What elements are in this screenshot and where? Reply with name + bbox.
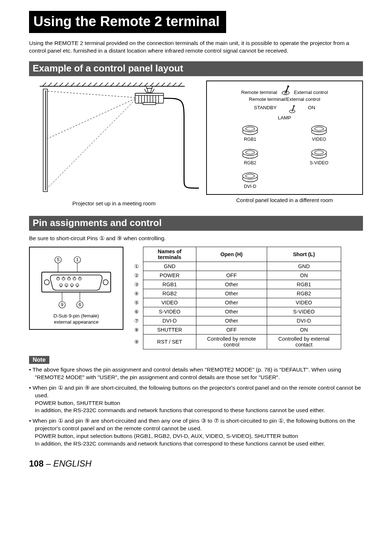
table-row: ①GNDGND	[131, 262, 341, 271]
button-icon	[241, 170, 259, 182]
svg-line-5	[65, 83, 69, 86]
svg-line-6	[71, 83, 74, 86]
table-row: ⑨RST / SETControlled by remote controlCo…	[131, 334, 341, 349]
svg-line-1	[42, 83, 46, 86]
svg-rect-39	[143, 102, 156, 104]
label-combo: Remote terminal/External control	[212, 97, 357, 102]
svg-line-4	[60, 83, 63, 86]
svg-line-21	[156, 83, 159, 86]
svg-line-7	[77, 83, 80, 86]
table-row: ④RGB2OtherRGB2	[131, 289, 341, 298]
table-row: ⑦DVI-DOtherDVI-D	[131, 316, 341, 325]
button-label-dvid: DVI-D	[223, 184, 277, 189]
svg-point-51	[293, 105, 295, 107]
language-label: ENGLISH	[53, 459, 91, 468]
toggle-switch-small-icon	[287, 105, 297, 114]
intro-paragraph: Using the REMOTE 2 terminal provided on …	[29, 40, 363, 55]
projector-diagram	[29, 81, 199, 197]
label-on: ON	[308, 105, 315, 114]
label-remote-terminal: Remote terminal	[241, 90, 277, 95]
button-label-rgb1: RGB1	[223, 137, 277, 142]
svg-line-8	[82, 83, 86, 86]
svg-line-27	[144, 89, 147, 93]
svg-point-54	[246, 127, 255, 130]
section-heading-pin-assignments: Pin assignments and control	[29, 216, 363, 231]
pin-assignment-table: Names of terminals Open (H) Short (L) ①G…	[131, 247, 341, 349]
svg-line-9	[88, 83, 91, 86]
svg-text:5: 5	[57, 257, 59, 262]
button-icon	[241, 123, 259, 135]
svg-rect-30	[135, 93, 164, 95]
table-header-open: Open (H)	[196, 247, 267, 262]
button-label-svideo: S-VIDEO	[292, 160, 346, 165]
table-header-names: Names of terminals	[143, 247, 196, 262]
note-item: The above figure shows the pin assignmen…	[29, 366, 363, 381]
svg-rect-26	[147, 86, 152, 89]
page-footer: 108 – ENGLISH	[29, 459, 363, 469]
svg-point-60	[246, 151, 255, 154]
button-icon	[310, 146, 328, 159]
svg-line-24	[173, 83, 176, 86]
table-row: ⑧SHUTTEROFFON	[131, 325, 341, 334]
control-panel-box: Remote terminal External control Remote …	[206, 81, 363, 195]
svg-line-11	[99, 83, 103, 86]
svg-text:1: 1	[76, 257, 78, 262]
svg-line-15	[122, 83, 125, 86]
button-label-video: VIDEO	[292, 137, 346, 142]
svg-text:6: 6	[78, 302, 81, 307]
svg-point-66	[246, 174, 255, 177]
svg-point-81	[103, 280, 108, 285]
label-lamp: LAMP	[212, 115, 357, 120]
table-row: ③RGB1OtherRGB1	[131, 280, 341, 289]
svg-line-17	[133, 83, 137, 86]
svg-line-16	[127, 83, 131, 86]
svg-line-43	[48, 100, 135, 188]
diagram-right-caption: Control panel located in a different roo…	[206, 197, 363, 203]
svg-line-42	[48, 91, 135, 98]
label-external-control: External control	[294, 90, 328, 95]
svg-rect-41	[45, 90, 46, 190]
svg-point-80	[44, 280, 49, 285]
page-number: 108	[29, 459, 44, 468]
svg-line-44	[48, 99, 135, 139]
note-heading: Note	[29, 356, 49, 364]
button-icon	[241, 146, 259, 159]
svg-line-13	[110, 83, 114, 86]
note-item: When pin ① and pin ⑨ are short-circuited…	[29, 384, 363, 415]
svg-line-20	[150, 83, 154, 86]
svg-line-22	[162, 83, 165, 86]
page-title: Using the Remote 2 terminal	[29, 11, 226, 33]
diagram-left-caption: Projector set up in a meeting room	[29, 200, 199, 206]
toggle-switch-icon	[280, 85, 291, 95]
svg-line-19	[144, 83, 148, 86]
table-row: ②POWEROFFON	[131, 271, 341, 280]
button-icon	[310, 123, 328, 135]
notes-list: The above figure shows the pin assignmen…	[29, 366, 363, 448]
svg-text:9: 9	[61, 302, 63, 307]
svg-point-63	[315, 151, 324, 154]
section-heading-control-panel: Example of a control panel layout	[29, 61, 363, 76]
svg-line-23	[167, 83, 171, 86]
dsub-caption-line1: D-Sub 9-pin (female)	[33, 313, 119, 319]
table-row: ⑤VIDEOOtherVIDEO	[131, 298, 341, 307]
svg-line-14	[116, 83, 120, 86]
svg-point-48	[287, 85, 289, 87]
table-row: ⑥S-VIDEOOtherS-VIDEO	[131, 307, 341, 316]
svg-line-28	[151, 89, 154, 93]
svg-line-2	[48, 83, 52, 86]
svg-line-25	[178, 83, 182, 86]
label-standby: STANDBY	[254, 105, 277, 114]
svg-line-3	[54, 83, 57, 86]
svg-line-12	[105, 83, 109, 86]
svg-line-18	[139, 83, 142, 86]
svg-point-57	[315, 127, 324, 130]
pin-short-note: Be sure to short-circuit Pins ① and ⑨ wh…	[29, 235, 363, 242]
svg-line-10	[93, 83, 97, 86]
dsub-caption-line2: external appearance	[33, 319, 119, 325]
dsub-diagram: 5 1 9 6	[29, 247, 123, 330]
button-label-rgb2: RGB2	[223, 160, 277, 165]
note-item: When pin ① and pin ⑨ are short-circuited…	[29, 417, 363, 448]
table-header-short: Short (L)	[267, 247, 341, 262]
